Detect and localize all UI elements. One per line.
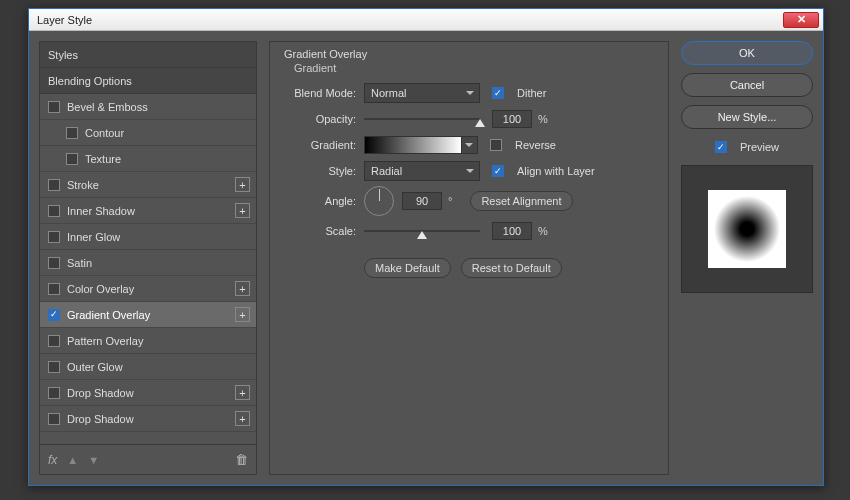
plus-icon[interactable]: +: [235, 203, 250, 218]
close-icon[interactable]: ✕: [783, 12, 819, 28]
check-icon[interactable]: [48, 231, 60, 243]
plus-icon[interactable]: +: [235, 177, 250, 192]
style-dropdown[interactable]: Radial: [364, 161, 480, 181]
style-item-label: Outer Glow: [67, 361, 123, 373]
align-checkbox[interactable]: Align with Layer: [492, 165, 595, 177]
style-item-label: Inner Shadow: [67, 205, 135, 217]
window-title: Layer Style: [33, 14, 783, 26]
make-default-button[interactable]: Make Default: [364, 258, 451, 278]
style-item-label: Stroke: [67, 179, 99, 191]
preview-spot-icon: [708, 190, 786, 268]
style-item-outer-glow[interactable]: Outer Glow: [40, 354, 256, 380]
titlebar[interactable]: Layer Style ✕: [29, 9, 823, 31]
angle-label: Angle:: [282, 195, 364, 207]
reverse-checkbox[interactable]: Reverse: [490, 139, 556, 151]
style-label: Style:: [282, 165, 364, 177]
style-item-drop-shadow[interactable]: Drop Shadow+: [40, 380, 256, 406]
opacity-label: Opacity:: [282, 113, 364, 125]
plus-icon[interactable]: +: [235, 411, 250, 426]
styles-footer: fx ▲ ▼ 🗑: [39, 445, 257, 475]
check-icon[interactable]: [48, 413, 60, 425]
opacity-unit: %: [538, 113, 548, 125]
ok-button[interactable]: OK: [681, 41, 813, 65]
dither-checkbox[interactable]: Dither: [492, 87, 546, 99]
preview-checkbox[interactable]: Preview: [681, 141, 813, 153]
check-icon: [490, 139, 502, 151]
check-icon[interactable]: [48, 205, 60, 217]
gradient-label: Gradient:: [282, 139, 364, 151]
plus-icon[interactable]: +: [235, 307, 250, 322]
preview-box: [681, 165, 813, 293]
right-column: OK Cancel New Style... Preview: [681, 41, 813, 475]
style-item-label: Drop Shadow: [67, 387, 134, 399]
check-icon[interactable]: [48, 179, 60, 191]
new-style-button[interactable]: New Style...: [681, 105, 813, 129]
check-icon[interactable]: [48, 335, 60, 347]
move-down-icon[interactable]: ▼: [88, 454, 99, 466]
style-item-gradient-overlay[interactable]: Gradient Overlay+: [40, 302, 256, 328]
check-icon[interactable]: [48, 101, 60, 113]
scale-label: Scale:: [282, 225, 364, 237]
style-item-label: Inner Glow: [67, 231, 120, 243]
scale-slider[interactable]: [364, 221, 480, 241]
plus-icon[interactable]: +: [235, 385, 250, 400]
panel-title: Gradient Overlay: [284, 48, 656, 60]
style-item-stroke[interactable]: Stroke+: [40, 172, 256, 198]
gradient-overlay-panel: Gradient Overlay Gradient Blend Mode: No…: [269, 41, 669, 475]
style-item-label: Contour: [85, 127, 124, 139]
check-icon[interactable]: [48, 283, 60, 295]
gradient-dropdown-icon[interactable]: [462, 136, 478, 154]
opacity-slider[interactable]: [364, 109, 480, 129]
style-item-satin[interactable]: Satin: [40, 250, 256, 276]
style-item-inner-glow[interactable]: Inner Glow: [40, 224, 256, 250]
check-icon[interactable]: [48, 257, 60, 269]
style-item-inner-shadow[interactable]: Inner Shadow+: [40, 198, 256, 224]
blend-mode-label: Blend Mode:: [282, 87, 364, 99]
gradient-swatch[interactable]: [364, 136, 462, 154]
check-icon: [492, 87, 504, 99]
slider-thumb-icon[interactable]: [417, 226, 427, 239]
cancel-button[interactable]: Cancel: [681, 73, 813, 97]
style-item-contour[interactable]: Contour: [40, 120, 256, 146]
panel-subsection: Gradient: [294, 62, 656, 74]
style-item-pattern-overlay[interactable]: Pattern Overlay: [40, 328, 256, 354]
check-icon: [492, 165, 504, 177]
scale-unit: %: [538, 225, 548, 237]
style-item-texture[interactable]: Texture: [40, 146, 256, 172]
style-item-bevel-emboss[interactable]: Bevel & Emboss: [40, 94, 256, 120]
style-item-color-overlay[interactable]: Color Overlay+: [40, 276, 256, 302]
move-up-icon[interactable]: ▲: [67, 454, 78, 466]
check-icon[interactable]: [48, 309, 60, 321]
blending-options-header[interactable]: Blending Options: [40, 68, 256, 94]
style-item-label: Bevel & Emboss: [67, 101, 148, 113]
check-icon[interactable]: [66, 127, 78, 139]
blend-mode-dropdown[interactable]: Normal: [364, 83, 480, 103]
style-item-label: Drop Shadow: [67, 413, 134, 425]
scale-field[interactable]: 100: [492, 222, 532, 240]
trash-icon[interactable]: 🗑: [235, 452, 248, 467]
slider-thumb-icon[interactable]: [475, 114, 485, 127]
style-item-drop-shadow[interactable]: Drop Shadow+: [40, 406, 256, 432]
style-item-label: Satin: [67, 257, 92, 269]
styles-header[interactable]: Styles: [40, 42, 256, 68]
styles-list: Styles Blending Options Bevel & EmbossCo…: [39, 41, 257, 445]
opacity-field[interactable]: 100: [492, 110, 532, 128]
plus-icon[interactable]: +: [235, 281, 250, 296]
fx-icon[interactable]: fx: [48, 453, 57, 467]
layer-style-dialog: Layer Style ✕ Styles Blending Options Be…: [28, 8, 824, 486]
angle-field[interactable]: 90: [402, 192, 442, 210]
reset-to-default-button[interactable]: Reset to Default: [461, 258, 562, 278]
check-icon: [715, 141, 727, 153]
style-item-label: Gradient Overlay: [67, 309, 150, 321]
angle-dial[interactable]: [364, 186, 394, 216]
styles-column: Styles Blending Options Bevel & EmbossCo…: [39, 41, 257, 475]
check-icon[interactable]: [66, 153, 78, 165]
check-icon[interactable]: [48, 361, 60, 373]
angle-unit: °: [448, 195, 452, 207]
style-item-label: Texture: [85, 153, 121, 165]
style-item-label: Pattern Overlay: [67, 335, 143, 347]
check-icon[interactable]: [48, 387, 60, 399]
reset-alignment-button[interactable]: Reset Alignment: [470, 191, 572, 211]
style-item-label: Color Overlay: [67, 283, 134, 295]
